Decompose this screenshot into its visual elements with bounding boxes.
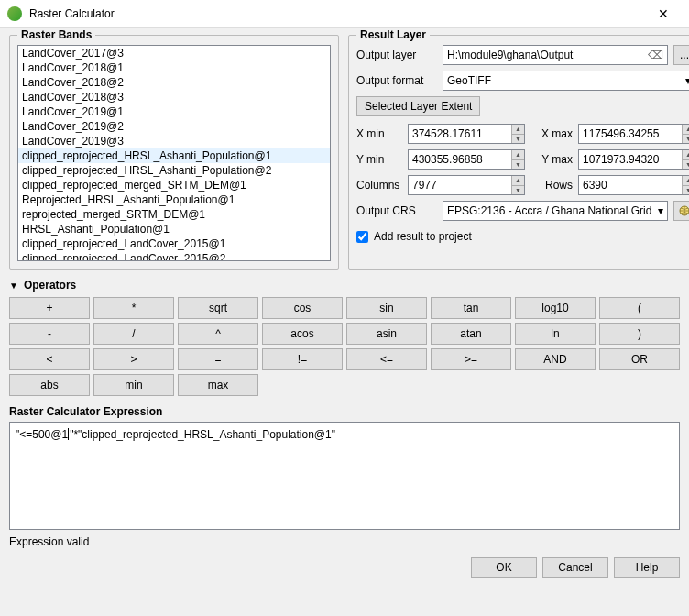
add-result-label[interactable]: Add result to project bbox=[374, 230, 472, 243]
operator-button[interactable]: asin bbox=[346, 323, 427, 345]
xmax-label: X max bbox=[530, 127, 573, 140]
raster-bands-title: Raster Bands bbox=[17, 28, 95, 41]
xmin-input[interactable]: ▲▼ bbox=[408, 124, 525, 144]
operator-button[interactable]: = bbox=[178, 348, 258, 370]
close-icon[interactable]: ✕ bbox=[645, 6, 682, 21]
operator-button[interactable]: tan bbox=[431, 297, 511, 319]
window-title: Raster Calculator bbox=[29, 7, 645, 20]
operator-button[interactable]: max bbox=[178, 374, 258, 396]
xmin-label: X min bbox=[356, 127, 402, 140]
help-button[interactable]: Help bbox=[614, 557, 680, 578]
raster-band-item[interactable]: clipped_reprojected_HRSL_Ashanti_Populat… bbox=[18, 148, 330, 163]
operator-button[interactable]: atan bbox=[431, 323, 511, 345]
chevron-down-icon: ▾ bbox=[658, 204, 663, 217]
ymin-label: Y min bbox=[356, 153, 402, 166]
operator-button[interactable]: acos bbox=[262, 323, 343, 345]
raster-band-item[interactable]: LandCover_2017@3 bbox=[18, 46, 330, 60]
operator-button[interactable]: < bbox=[9, 348, 90, 370]
raster-band-item[interactable]: clipped_reprojected_LandCover_2015@2 bbox=[18, 251, 330, 261]
raster-band-item[interactable]: LandCover_2018@1 bbox=[18, 60, 330, 75]
raster-band-item[interactable]: LandCover_2019@3 bbox=[18, 134, 330, 148]
output-layer-input[interactable]: H:\module9\ghana\Output ⌫ bbox=[443, 45, 668, 65]
globe-icon bbox=[678, 204, 689, 217]
raster-band-item[interactable]: LandCover_2018@2 bbox=[18, 75, 330, 90]
raster-band-item[interactable]: LandCover_2019@1 bbox=[18, 104, 330, 119]
crs-picker-button[interactable] bbox=[673, 201, 689, 221]
add-result-checkbox[interactable] bbox=[356, 231, 368, 243]
clear-icon[interactable]: ⌫ bbox=[648, 49, 663, 61]
title-bar: Raster Calculator ✕ bbox=[0, 0, 689, 28]
raster-bands-list[interactable]: LandCover_2017@3LandCover_2018@1LandCove… bbox=[17, 45, 331, 261]
columns-input[interactable]: ▲▼ bbox=[408, 175, 525, 195]
ymax-input[interactable]: ▲▼ bbox=[578, 149, 689, 170]
output-format-label: Output format bbox=[356, 74, 437, 87]
operator-button[interactable]: - bbox=[9, 323, 90, 345]
output-crs-label: Output CRS bbox=[356, 204, 437, 217]
raster-band-item[interactable]: clipped_reprojected_LandCover_2015@1 bbox=[18, 236, 330, 251]
output-format-combo[interactable]: GeoTIFF ▾ bbox=[443, 71, 689, 91]
operator-button[interactable]: ^ bbox=[178, 323, 258, 345]
operator-button[interactable]: log10 bbox=[515, 297, 596, 319]
operator-button[interactable]: * bbox=[93, 297, 174, 319]
operator-button[interactable]: <= bbox=[346, 348, 427, 370]
output-layer-label: Output layer bbox=[356, 49, 437, 61]
operator-button[interactable]: abs bbox=[9, 374, 90, 396]
raster-band-item[interactable]: clipped_reprojected_HRSL_Ashanti_Populat… bbox=[18, 163, 330, 178]
operator-button[interactable]: sqrt bbox=[178, 297, 258, 319]
raster-bands-group: Raster Bands LandCover_2017@3LandCover_2… bbox=[9, 35, 339, 270]
operator-button[interactable]: OR bbox=[599, 348, 680, 370]
operators-title: Operators bbox=[24, 279, 76, 292]
down-icon[interactable]: ▼ bbox=[512, 135, 524, 144]
operators-row-extra: absminmax bbox=[9, 374, 680, 396]
raster-band-item[interactable]: LandCover_2019@2 bbox=[18, 119, 330, 134]
raster-band-item[interactable]: clipped_reprojected_merged_SRTM_DEM@1 bbox=[18, 178, 330, 192]
rows-label: Rows bbox=[530, 179, 573, 192]
chevron-down-icon: ▾ bbox=[685, 74, 689, 87]
raster-band-item[interactable]: Reprojected_HRSL_Ashanti_Population@1 bbox=[18, 192, 330, 207]
operator-button[interactable]: AND bbox=[515, 348, 596, 370]
operator-button[interactable]: cos bbox=[262, 297, 343, 319]
ok-button[interactable]: OK bbox=[471, 557, 537, 578]
raster-band-item[interactable]: LandCover_2018@3 bbox=[18, 90, 330, 104]
raster-band-item[interactable]: reprojected_merged_SRTM_DEM@1 bbox=[18, 207, 330, 222]
qgis-icon bbox=[7, 6, 22, 21]
operator-button[interactable]: min bbox=[93, 374, 174, 396]
up-icon[interactable]: ▲ bbox=[512, 125, 524, 135]
expression-title: Raster Calculator Expression bbox=[9, 405, 680, 418]
operator-button[interactable]: != bbox=[262, 348, 343, 370]
operator-button[interactable]: / bbox=[93, 323, 174, 345]
triangle-down-icon: ▼ bbox=[9, 280, 18, 291]
operator-button[interactable]: + bbox=[9, 297, 90, 319]
operator-button[interactable]: ( bbox=[599, 297, 680, 319]
ymax-label: Y max bbox=[530, 153, 573, 166]
operator-button[interactable]: >= bbox=[431, 348, 511, 370]
operator-button[interactable]: ln bbox=[515, 323, 596, 345]
output-crs-combo[interactable]: EPSG:2136 - Accra / Ghana National Grid … bbox=[443, 201, 668, 221]
cancel-button[interactable]: Cancel bbox=[542, 557, 608, 578]
operators-toggle[interactable]: ▼ Operators bbox=[9, 279, 680, 292]
result-layer-title: Result Layer bbox=[356, 28, 430, 41]
selected-layer-extent-button[interactable]: Selected Layer Extent bbox=[356, 96, 480, 116]
columns-label: Columns bbox=[356, 179, 402, 192]
result-layer-group: Result Layer Output layer H:\module9\gha… bbox=[348, 35, 689, 270]
status-text: Expression valid bbox=[9, 535, 680, 548]
raster-band-item[interactable]: HRSL_Ashanti_Population@1 bbox=[18, 222, 330, 236]
operators-grid: +*sqrtcossintanlog10(-/^acosasinatanln)<… bbox=[9, 297, 680, 370]
operator-button[interactable]: > bbox=[93, 348, 174, 370]
operator-button[interactable]: sin bbox=[346, 297, 427, 319]
expression-textarea[interactable]: "<=500@1"*"clipped_reprojected_HRSL_Asha… bbox=[9, 422, 680, 530]
ymin-input[interactable]: ▲▼ bbox=[408, 149, 525, 170]
xmax-input[interactable]: ▲▼ bbox=[578, 124, 689, 144]
operator-button[interactable]: ) bbox=[599, 323, 680, 345]
rows-input[interactable]: ▲▼ bbox=[578, 175, 689, 195]
browse-button[interactable]: ... bbox=[673, 45, 689, 65]
